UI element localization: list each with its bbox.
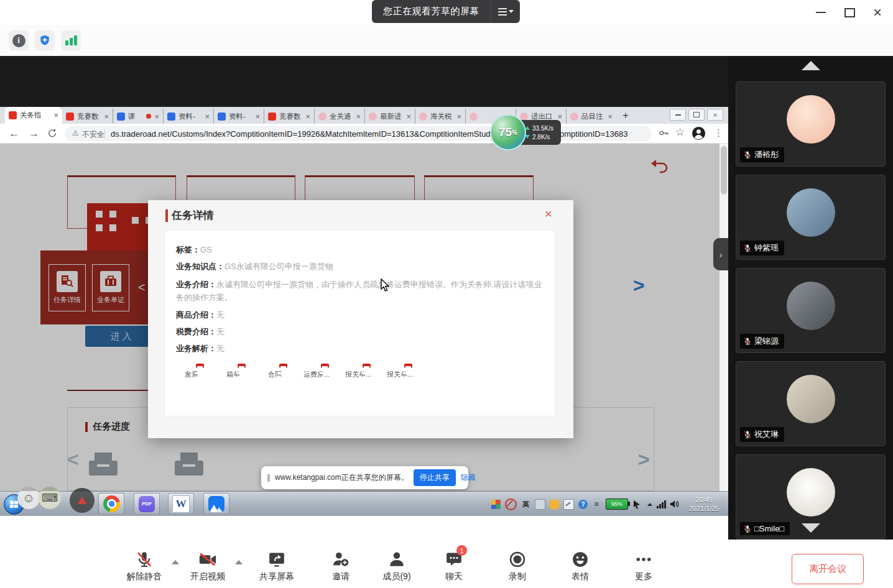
browser-tab[interactable]: 全关通 ×: [314, 109, 364, 124]
unmute-button[interactable]: 解除静音: [118, 549, 170, 582]
tab-close-icon[interactable]: ×: [305, 113, 310, 121]
browser-tab[interactable]: 课 ×: [113, 109, 163, 124]
reload-button[interactable]: [47, 128, 57, 142]
tab-close-icon[interactable]: ×: [154, 113, 159, 121]
browser-restore-button[interactable]: [688, 109, 705, 121]
password-key-button[interactable]: [658, 127, 670, 142]
document-item[interactable]: 发票: [176, 367, 207, 379]
avatar: [787, 468, 835, 517]
meeting-info-button[interactable]: i: [9, 30, 29, 50]
maximize-button[interactable]: [844, 0, 855, 25]
tab-close-icon[interactable]: ×: [205, 113, 210, 121]
forward-button[interactable]: →: [29, 127, 39, 140]
document-item[interactable]: 报关单...: [343, 367, 374, 379]
new-tab-button[interactable]: +: [622, 109, 629, 122]
browser-tab[interactable]: 资料- ×: [213, 109, 264, 124]
participant-tile[interactable]: 钟紫瑶: [736, 175, 886, 260]
tab-close-icon[interactable]: ×: [557, 113, 562, 121]
network-tray-icon[interactable]: [657, 500, 666, 508]
browser-address-bar: ← → ⚠ 不安全 ds.traderoad.net/Customs/Index…: [0, 124, 728, 144]
network-quality-button[interactable]: [61, 30, 81, 50]
browser-tab[interactable]: 最新进 ×: [364, 109, 415, 124]
pointer-tray-icon[interactable]: [632, 500, 643, 509]
url-divider: [104, 129, 105, 139]
url-field[interactable]: ⚠ 不安全 ds.traderoad.net/Customs/Index?Com…: [65, 126, 652, 141]
assistant-ball-widget[interactable]: [70, 488, 95, 513]
browser-tab[interactable]: 海关税 ×: [415, 109, 465, 124]
app-grid-tray-icon[interactable]: [491, 500, 501, 509]
browser-tab[interactable]: 竞赛数 ×: [62, 109, 113, 124]
browser-tab[interactable]: 资料- ×: [163, 109, 213, 124]
chrome-taskbar-button[interactable]: [98, 493, 124, 515]
participant-tile[interactable]: 潘裕彤: [736, 81, 886, 167]
mic-muted-icon: [743, 150, 752, 159]
document-item[interactable]: 合同: [259, 367, 290, 379]
bookmark-star-icon[interactable]: ☆: [675, 126, 685, 139]
video-options-caret[interactable]: [235, 560, 243, 564]
scroll-down-icon[interactable]: [802, 523, 820, 533]
tab-close-icon[interactable]: ×: [255, 113, 260, 121]
taskbar-clock[interactable]: 20:49 2021/1/25: [685, 495, 723, 513]
tab-close-icon[interactable]: ×: [608, 113, 613, 121]
security-shield-button[interactable]: [35, 30, 55, 50]
tab-close-icon[interactable]: ×: [356, 113, 361, 121]
memory-percent-ball[interactable]: 75%: [490, 114, 526, 150]
tab-close-icon[interactable]: ×: [456, 113, 461, 121]
start-video-button[interactable]: 开启视频: [182, 549, 234, 582]
help-tray-icon[interactable]: ?: [578, 500, 588, 509]
sidebar-collapse-handle[interactable]: ›: [713, 238, 728, 270]
close-button[interactable]: ×: [873, 0, 882, 25]
participant-tile[interactable]: 祝艾琳: [736, 361, 886, 446]
tab-close-icon[interactable]: ×: [104, 113, 109, 121]
participant-tile[interactable]: 梁锦源: [736, 268, 886, 353]
hide-link[interactable]: 隐藏: [461, 472, 476, 483]
share-screen-button[interactable]: 共享屏幕: [251, 549, 303, 582]
back-button[interactable]: ←: [9, 127, 19, 140]
record-button[interactable]: 录制: [491, 549, 544, 582]
emoji-button[interactable]: 表情: [554, 549, 606, 582]
tab-close-icon[interactable]: ×: [53, 111, 58, 119]
browser-close-button[interactable]: ×: [707, 109, 723, 121]
document-item[interactable]: 运费发...: [301, 367, 332, 379]
pdf-taskbar-button[interactable]: PDF: [134, 493, 160, 515]
document-item[interactable]: 箱单: [218, 367, 249, 379]
leave-meeting-button[interactable]: 离开会议: [792, 554, 864, 584]
modal-close-icon[interactable]: ×: [545, 207, 552, 220]
document-item[interactable]: 报关单...: [384, 367, 415, 379]
page-scrollbar[interactable]: [719, 144, 728, 491]
browser-tab[interactable]: 竞赛数 ×: [264, 109, 314, 124]
minimize-button[interactable]: [816, 0, 826, 25]
display-tray-icon[interactable]: ⧉: [592, 500, 601, 509]
url-text-tail: omptitionID=13683: [560, 129, 628, 139]
browser-tab[interactable]: 品目注 ×: [566, 109, 616, 124]
members-button[interactable]: 成员(9): [371, 549, 423, 582]
drag-handle-icon[interactable]: [267, 474, 270, 482]
chat-button[interactable]: 1 聊天: [428, 549, 480, 582]
profile-avatar[interactable]: [692, 126, 706, 143]
browser-tab-active[interactable]: 关务指 ×: [5, 107, 62, 124]
battery-indicator[interactable]: 95%: [606, 498, 628, 510]
tray-expand-icon[interactable]: [647, 503, 652, 506]
tab-close-icon[interactable]: ×: [406, 113, 411, 121]
tab-title: 全关通: [330, 112, 353, 121]
avatar: [787, 282, 835, 330]
browser-minimize-button[interactable]: [670, 109, 686, 121]
scroll-up-icon[interactable]: [802, 61, 820, 70]
invite-button[interactable]: 邀请: [315, 549, 367, 582]
more-button[interactable]: 更多: [618, 549, 670, 582]
browser-menu-icon[interactable]: ⋮: [714, 127, 723, 139]
messenger-tray-icon[interactable]: [550, 500, 559, 509]
volume-tray-icon[interactable]: [670, 500, 680, 508]
stop-sharing-button[interactable]: 停止共享: [414, 469, 456, 486]
meeting-app-taskbar-button[interactable]: [203, 493, 229, 515]
mic-options-caret[interactable]: [172, 560, 179, 564]
tray-icon[interactable]: [535, 499, 545, 510]
task-detail-modal: 任务详情 × 标签：GS 业务知识点：GS永诚有限公司申报一票货物 业务介绍：永…: [148, 200, 573, 438]
ime-indicator[interactable]: 英: [521, 500, 530, 509]
viewing-banner: 您正在观看芳草的屏幕: [372, 0, 520, 23]
scrollbar-thumb[interactable]: [721, 146, 727, 195]
compose-tray-icon[interactable]: [563, 499, 574, 510]
word-taskbar-button[interactable]: W: [168, 493, 194, 515]
banner-menu-button[interactable]: [491, 0, 520, 23]
blocked-tray-icon[interactable]: [505, 498, 517, 510]
